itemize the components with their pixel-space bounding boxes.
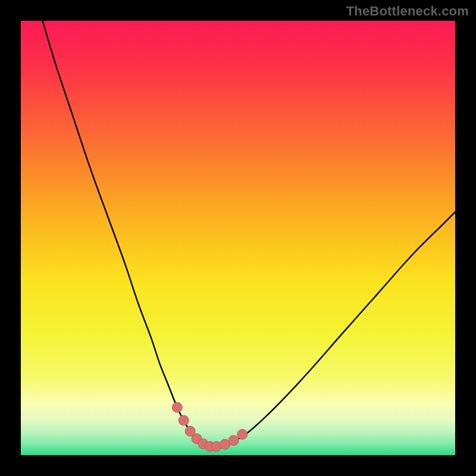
chart-frame: TheBottleneck.com	[0, 0, 476, 476]
marker-point	[228, 436, 239, 446]
plot-area	[21, 21, 455, 455]
marker-point	[178, 415, 189, 425]
marker-point	[172, 402, 182, 412]
bottleneck-curve	[43, 21, 456, 447]
marker-group	[172, 402, 248, 452]
watermark-text: TheBottleneck.com	[346, 4, 469, 19]
marker-point	[237, 429, 248, 439]
curve-layer	[21, 21, 455, 455]
